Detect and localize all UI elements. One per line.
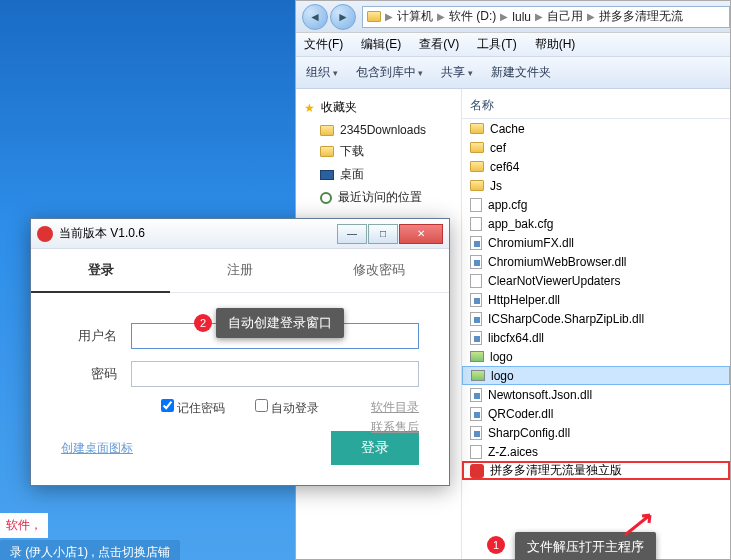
dll-icon <box>470 312 482 326</box>
dll-icon <box>470 388 482 402</box>
app-icon <box>37 226 53 242</box>
menu-view[interactable]: 查看(V) <box>419 36 459 53</box>
file-row[interactable]: QRCoder.dll <box>462 404 730 423</box>
file-name: cef64 <box>490 160 519 174</box>
desktop-text-fragment: 软件， <box>0 513 48 538</box>
file-name: 拼多多清理无流量独立版 <box>490 462 622 479</box>
file-name: QRCoder.dll <box>488 407 553 421</box>
app-icon <box>470 464 484 478</box>
file-row[interactable]: HttpHelper.dll <box>462 290 730 309</box>
recent-icon <box>320 192 332 204</box>
login-title-text: 当前版本 V1.0.6 <box>59 225 145 242</box>
password-input[interactable] <box>131 361 419 387</box>
minimize-button[interactable]: — <box>337 224 367 244</box>
file-row[interactable]: logo <box>462 366 730 385</box>
image-icon <box>470 351 484 362</box>
login-window: 当前版本 V1.0.6 — □ ✕ 登录 注册 修改密码 用户名 密码 记住密码… <box>30 218 450 486</box>
file-row[interactable]: ICSharpCode.SharpZipLib.dll <box>462 309 730 328</box>
file-name: Newtonsoft.Json.dll <box>488 388 592 402</box>
file-row[interactable]: SharpConfig.dll <box>462 423 730 442</box>
folder-icon <box>320 125 334 136</box>
explorer-titlebar: ◄ ► ▶ 计算机 ▶ 软件 (D:) ▶ lulu ▶ 自己用 ▶ 拼多多清理… <box>296 1 730 33</box>
tree-item[interactable]: 最近访问的位置 <box>302 186 455 209</box>
tab-register[interactable]: 注册 <box>170 249 309 292</box>
aftersale-link[interactable]: 联系售后 <box>371 417 419 437</box>
tree-item[interactable]: 桌面 <box>302 163 455 186</box>
desktop-taskbar-fragment: 录 (伊人小店1) , 点击切换店铺 <box>0 540 180 560</box>
image-icon <box>471 370 485 381</box>
file-row[interactable]: Js <box>462 176 730 195</box>
tree-item[interactable]: 下载 <box>302 140 455 163</box>
file-name: ClearNotViewerUpdaters <box>488 274 621 288</box>
explorer-menubar: 文件(F) 编辑(E) 查看(V) 工具(T) 帮助(H) <box>296 33 730 57</box>
callout-2: 2 自动创建登录窗口 <box>216 308 344 338</box>
dll-icon <box>470 407 482 421</box>
file-row[interactable]: ChromiumFX.dll <box>462 233 730 252</box>
file-name: Cache <box>490 122 525 136</box>
folder-icon <box>470 180 484 191</box>
login-titlebar[interactable]: 当前版本 V1.0.6 — □ ✕ <box>31 219 449 249</box>
file-name: ICSharpCode.SharpZipLib.dll <box>488 312 644 326</box>
column-header-name[interactable]: 名称 <box>462 93 730 119</box>
username-label: 用户名 <box>61 327 131 345</box>
menu-edit[interactable]: 编辑(E) <box>361 36 401 53</box>
softdir-link[interactable]: 软件目录 <box>371 397 419 417</box>
crumb-item[interactable]: lulu <box>512 10 531 24</box>
include-button[interactable]: 包含到库中 <box>356 64 424 81</box>
dll-icon <box>470 293 482 307</box>
file-row[interactable]: app_bak.cfg <box>462 214 730 233</box>
dll-icon <box>470 236 482 250</box>
organize-button[interactable]: 组织 <box>306 64 338 81</box>
folder-icon <box>470 161 484 172</box>
autologin-checkbox[interactable]: 自动登录 <box>255 399 319 417</box>
close-button[interactable]: ✕ <box>399 224 443 244</box>
crumb-item[interactable]: 自己用 <box>547 8 583 25</box>
tree-favorites[interactable]: ★ 收藏夹 <box>302 95 455 120</box>
menu-tools[interactable]: 工具(T) <box>477 36 516 53</box>
file-name: logo <box>491 369 514 383</box>
maximize-button[interactable]: □ <box>368 224 398 244</box>
crumb-item[interactable]: 计算机 <box>397 8 433 25</box>
tab-login[interactable]: 登录 <box>31 249 170 293</box>
file-icon <box>470 198 482 212</box>
folder-icon <box>470 142 484 153</box>
file-name: Js <box>490 179 502 193</box>
share-button[interactable]: 共享 <box>441 64 473 81</box>
file-icon <box>470 274 482 288</box>
crumb-item[interactable]: 软件 (D:) <box>449 8 496 25</box>
password-label: 密码 <box>61 365 131 383</box>
newfolder-button[interactable]: 新建文件夹 <box>491 64 551 81</box>
breadcrumb[interactable]: ▶ 计算机 ▶ 软件 (D:) ▶ lulu ▶ 自己用 ▶ 拼多多清理无流 <box>362 6 730 28</box>
remember-checkbox[interactable]: 记住密码 <box>161 399 225 417</box>
file-row[interactable]: libcfx64.dll <box>462 328 730 347</box>
file-name: Z-Z.aices <box>488 445 538 459</box>
menu-help[interactable]: 帮助(H) <box>535 36 576 53</box>
file-row[interactable]: ChromiumWebBrowser.dll <box>462 252 730 271</box>
file-name: app_bak.cfg <box>488 217 553 231</box>
file-row[interactable]: Cache <box>462 119 730 138</box>
file-name: app.cfg <box>488 198 527 212</box>
file-row[interactable]: Z-Z.aices <box>462 442 730 461</box>
file-row[interactable]: Newtonsoft.Json.dll <box>462 385 730 404</box>
explorer-toolbar: 组织 包含到库中 共享 新建文件夹 <box>296 57 730 89</box>
file-row[interactable]: 拼多多清理无流量独立版 <box>462 461 730 480</box>
create-shortcut-link[interactable]: 创建桌面图标 <box>61 440 133 457</box>
file-row[interactable]: cef64 <box>462 157 730 176</box>
file-row[interactable]: app.cfg <box>462 195 730 214</box>
menu-file[interactable]: 文件(F) <box>304 36 343 53</box>
file-name: libcfx64.dll <box>488 331 544 345</box>
tree-item[interactable]: 2345Downloads <box>302 120 455 140</box>
folder-icon <box>470 123 484 134</box>
file-name: SharpConfig.dll <box>488 426 570 440</box>
tab-changepw[interactable]: 修改密码 <box>310 249 449 292</box>
nav-forward-button[interactable]: ► <box>330 4 356 30</box>
file-row[interactable]: cef <box>462 138 730 157</box>
nav-back-button[interactable]: ◄ <box>302 4 328 30</box>
login-tabs: 登录 注册 修改密码 <box>31 249 449 293</box>
file-name: ChromiumWebBrowser.dll <box>488 255 627 269</box>
file-name: logo <box>490 350 513 364</box>
arrow-icon <box>620 510 660 540</box>
crumb-item[interactable]: 拼多多清理无流 <box>599 8 683 25</box>
file-row[interactable]: ClearNotViewerUpdaters <box>462 271 730 290</box>
file-row[interactable]: logo <box>462 347 730 366</box>
